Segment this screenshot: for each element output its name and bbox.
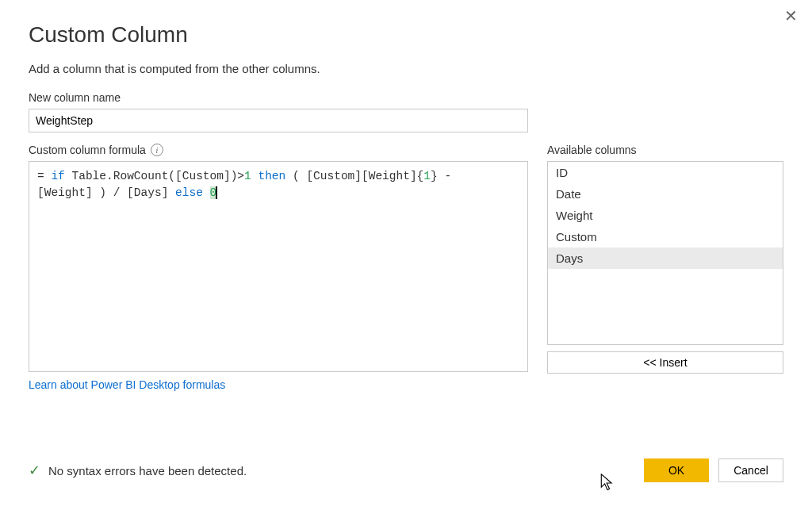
close-icon[interactable]: ✕ [784,8,798,24]
check-icon: ✓ [29,462,40,479]
column-name-label: New column name [29,91,783,104]
ok-button[interactable]: OK [644,458,709,482]
available-column-item[interactable]: ID [548,162,783,183]
dialog-subtitle: Add a column that is computed from the o… [29,62,783,75]
available-column-item[interactable]: Date [548,183,783,205]
status-bar: ✓ No syntax errors have been detected. [29,462,247,479]
learn-link[interactable]: Learn about Power BI Desktop formulas [29,378,225,391]
available-column-item[interactable]: Weight [548,205,783,226]
info-icon[interactable]: i [151,144,163,156]
available-columns-list: IDDateWeightCustomDays [547,161,783,345]
dialog-title: Custom Column [29,22,783,48]
cancel-button[interactable]: Cancel [718,458,783,482]
custom-column-dialog: ✕ Custom Column Add a column that is com… [0,0,812,408]
formula-label: Custom column formula [29,144,146,156]
column-name-input[interactable] [29,109,528,132]
formula-input[interactable]: = if Table.RowCount([Custom])>1 then ( [… [29,161,528,372]
insert-button[interactable]: << Insert [547,351,783,374]
available-columns-label: Available columns [547,144,783,156]
available-column-item[interactable]: Custom [548,226,783,247]
available-column-item[interactable]: Days [548,247,783,269]
status-text: No syntax errors have been detected. [48,464,247,478]
